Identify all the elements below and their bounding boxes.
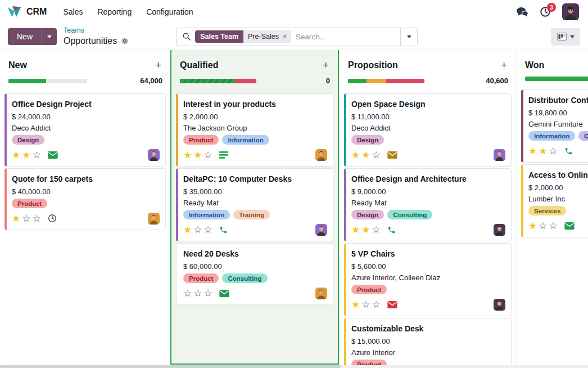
column-progress-bar[interactable] (8, 79, 87, 83)
kanban-card[interactable]: Access to Online Catalog$ 2,000.00Lumber… (521, 164, 588, 237)
priority-star-icon[interactable]: ☆ (183, 289, 192, 298)
breadcrumb: Teams Opportunities (64, 26, 129, 47)
column-progress-row: 40,600 (340, 70, 516, 85)
priority-star-icon[interactable]: ☆ (204, 150, 212, 160)
column-header-proposition: Proposition+ (340, 50, 516, 70)
crm-app-logo-icon[interactable] (7, 5, 22, 19)
new-button[interactable]: New (8, 28, 42, 45)
priority-star-icon[interactable]: ★ (361, 150, 370, 160)
priority-star-icon[interactable]: ★ (528, 146, 537, 156)
discuss-chat-icon[interactable] (516, 7, 528, 17)
priority-star-icon[interactable]: ★ (528, 221, 537, 231)
phone-activity-icon[interactable] (564, 147, 573, 155)
progress-segment[interactable] (235, 79, 256, 83)
priority-star-icon[interactable]: ★ (361, 225, 370, 235)
progress-segment[interactable] (525, 77, 588, 81)
priority-star-icon[interactable]: ★ (183, 225, 192, 235)
card-footer: ★★☆ (183, 149, 327, 161)
priority-star-icon[interactable]: ☆ (33, 150, 41, 160)
priority-star-icon[interactable]: ☆ (22, 214, 30, 223)
column-header-won: Won+ (517, 50, 588, 70)
priority-star-icon[interactable]: ☆ (372, 225, 381, 235)
view-settings-gear-icon[interactable] (121, 37, 129, 45)
priority-star-icon[interactable]: ★ (539, 146, 547, 156)
breadcrumb-teams-link[interactable]: Teams (64, 26, 129, 35)
kanban-card[interactable]: Open Space Design$ 11,000.00Deco AddictD… (344, 93, 512, 167)
envelope-activity-icon[interactable] (387, 301, 397, 308)
search-options-caret-icon[interactable] (400, 28, 417, 46)
priority-star-icon[interactable]: ☆ (193, 289, 202, 298)
phone-activity-icon[interactable] (387, 226, 396, 234)
menu-configuration[interactable]: Configuration (139, 0, 200, 24)
card-title: Distributor Contract (528, 96, 588, 105)
priority-star-icon[interactable]: ☆ (204, 225, 212, 235)
progress-segment[interactable] (386, 79, 424, 83)
tag-design: Design (351, 135, 384, 145)
kanban-card[interactable]: Need 20 Desks$ 60,000.00ProductConsultin… (176, 243, 333, 305)
tag-information: Information (222, 135, 269, 145)
priority-star-icon[interactable]: ★ (351, 225, 360, 235)
progress-segment[interactable] (8, 79, 46, 83)
scrollbar-thumb[interactable] (0, 365, 341, 368)
activities-clock-icon[interactable]: 3 (540, 6, 551, 17)
priority-star-icon[interactable]: ★ (351, 300, 360, 309)
priority-star-icon[interactable]: ☆ (372, 300, 381, 309)
priority-star-icon[interactable]: ★ (22, 150, 30, 160)
envelope-activity-icon[interactable] (48, 151, 58, 159)
kanban-card[interactable]: DeltaPC: 10 Computer Desks$ 35,000.00Rea… (176, 168, 333, 241)
priority-star-icon[interactable]: ★ (12, 214, 20, 223)
priority-star-icon[interactable]: ★ (183, 150, 192, 160)
priority-star-icon[interactable]: ☆ (372, 150, 381, 160)
column-cards: Office Design Project$ 24,000.00Deco Add… (0, 85, 170, 230)
progress-segment[interactable] (46, 79, 87, 83)
kanban-card[interactable]: Distributor Contract$ 19,800.00Gemini Fu… (521, 89, 588, 163)
priority-star-icon[interactable]: ☆ (539, 221, 547, 231)
assignee-avatar (494, 149, 505, 161)
priority-star-icon[interactable]: ☆ (549, 146, 558, 156)
column-progress-bar[interactable] (525, 77, 588, 81)
facet-remove-icon[interactable]: × (283, 33, 287, 41)
envelope-activity-icon[interactable] (219, 290, 229, 297)
envelope-activity-icon[interactable] (564, 222, 575, 230)
user-avatar[interactable] (562, 3, 579, 20)
envelope-activity-icon[interactable] (387, 151, 397, 159)
priority-star-icon[interactable]: ★ (12, 150, 20, 160)
priority-star-icon[interactable]: ☆ (361, 300, 370, 309)
kanban-card[interactable]: Office Design Project$ 24,000.00Deco Add… (4, 93, 166, 167)
kanban-card[interactable]: Customizable Desk$ 15,000.00Azure Interi… (344, 318, 512, 368)
priority-star-icon[interactable]: ★ (193, 150, 202, 160)
phone-activity-icon[interactable] (219, 226, 228, 234)
kanban-card[interactable]: 5 VP Chairs$ 5,600.00Azure Interior, Col… (344, 243, 512, 316)
kanban-card[interactable]: Interest in your products$ 2,000.00The J… (176, 93, 333, 167)
menu-reporting[interactable]: Reporting (90, 0, 139, 24)
new-dropdown-caret-icon[interactable] (42, 28, 57, 45)
view-switcher-button[interactable] (551, 28, 580, 46)
assignee-avatar (315, 288, 327, 299)
priority-star-icon[interactable]: ☆ (193, 225, 202, 235)
tag-training: Training (233, 210, 270, 219)
priority-star-icon[interactable]: ☆ (33, 214, 41, 223)
horizontal-scrollbar[interactable] (0, 365, 588, 368)
card-partner-name: The Jackson Group (183, 124, 327, 132)
priority-star-icon[interactable]: ★ (351, 150, 360, 160)
card-title: Interest in your products (183, 100, 327, 109)
kanban-card[interactable]: Quote for 150 carpets$ 40,000.00Product★… (4, 168, 166, 230)
column-progress-bar[interactable] (348, 79, 424, 83)
menu-sales[interactable]: Sales (56, 0, 90, 24)
priority-star-icon[interactable]: ☆ (549, 221, 558, 231)
list-activity-icon[interactable] (219, 151, 228, 159)
kanban-card[interactable]: Office Design and Architecture$ 9,000.00… (344, 168, 512, 241)
tag-information: Information (183, 210, 230, 219)
priority-star-icon[interactable]: ☆ (204, 289, 212, 298)
search-input[interactable] (291, 33, 400, 41)
progress-segment[interactable] (348, 79, 367, 83)
clock-activity-icon[interactable] (48, 214, 57, 223)
app-name[interactable]: CRM (26, 7, 47, 17)
add-record-plus-icon[interactable]: + (154, 60, 162, 70)
add-record-plus-icon[interactable]: + (500, 60, 508, 70)
card-expected-revenue: $ 11,000.00 (351, 113, 505, 121)
column-progress-bar[interactable] (180, 79, 256, 83)
add-record-plus-icon[interactable]: + (322, 60, 330, 70)
progress-segment[interactable] (367, 79, 386, 83)
progress-segment[interactable] (180, 79, 235, 83)
